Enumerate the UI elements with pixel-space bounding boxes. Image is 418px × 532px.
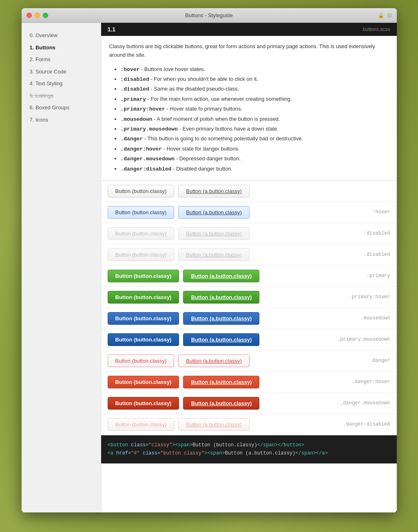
btn-group-primary-mousedown: Button (button.classy) Button (a.button.… — [108, 333, 260, 346]
close-button[interactable] — [27, 13, 32, 18]
btn-danger-hover-button[interactable]: Button (button.classy) — [108, 376, 179, 388]
description-area: Classy buttons are big clickable buttons… — [101, 36, 397, 181]
sidebar-item-forms[interactable]: 2. Forms — [22, 53, 101, 66]
btn-disabled-pseudo-button: Button (button.classy) — [108, 227, 175, 240]
btn-danger-button[interactable]: Button (button.classy) — [108, 355, 175, 367]
sidebar-item-text-styling[interactable]: 4. Text Styling — [22, 78, 101, 90]
demo-row-primary-mousedown: Button (button.classy) Button (a.button.… — [101, 329, 397, 350]
bullet-mousedown: .mousedown - A brief moment of polish wh… — [121, 114, 389, 124]
demo-row-default: Button (button.classy) Button (a.button.… — [101, 181, 397, 202]
demo-row-primary-hover: Button (button.classy) Button (a.button.… — [101, 287, 397, 308]
section-file: buttons.scss — [363, 27, 390, 32]
btn-group-danger-disabled: Button (button.classy) Button (a.button.… — [108, 418, 250, 431]
bullet-disabled-class: .disabled - Same as the disabled pseudo-… — [121, 84, 389, 94]
btn-group-primary: Button (button.classy) Button (a.button.… — [108, 270, 260, 282]
demo-area: Button (button.classy) Button (a.button.… — [101, 181, 397, 435]
btn-danger-link[interactable]: Button (a.button.classy) — [178, 355, 250, 367]
titlebar-right-icons: 🔒 ⊡ — [378, 12, 392, 18]
btn-default-link[interactable]: Button (a.button.classy) — [178, 185, 250, 197]
btn-disabled-class-link: Button (a.button.classy) — [178, 248, 250, 261]
window-controls — [27, 13, 48, 18]
sidebar: 0. Overview 1. Buttons 2. Forms 3. Sourc… — [22, 23, 101, 512]
sidebar-item-overview[interactable]: 0. Overview — [22, 29, 101, 42]
section-header: 1.1 buttons.scss — [101, 23, 397, 36]
state-label-disabled-pseudo: :disabled — [364, 231, 390, 236]
demo-row-disabled-pseudo: Button (button.classy) Button (a.button.… — [101, 223, 397, 244]
btn-disabled-class-button: Button (button.classy) — [108, 248, 175, 261]
bullet-primary: .primary - For the main form action, use… — [121, 94, 389, 104]
demo-row-mousedown: Button (button.classy) Button (a.button.… — [101, 308, 397, 329]
btn-group-disabled-pseudo: Button (button.classy) Button (a.button.… — [108, 227, 250, 240]
btn-danger-mousedown-button[interactable]: Button (button.classy) — [108, 397, 179, 410]
btn-group-hover: Button (button.classy) Button (a.button.… — [108, 206, 250, 219]
demo-row-danger: Button (button.classy) Button (a.button.… — [101, 350, 397, 372]
btn-group-primary-hover: Button (button.classy) Button (a.button.… — [108, 291, 260, 304]
state-label-danger-hover: .danger:hover — [352, 379, 390, 385]
btn-danger-hover-link[interactable]: Button (a.button.classy) — [183, 376, 259, 388]
btn-disabled-pseudo-link: Button (a.button.classy) — [178, 227, 250, 240]
state-label-primary-mousedown: .primary.mousedown — [337, 337, 390, 342]
btn-primary-hover-link[interactable]: Button (a.button.classy) — [183, 291, 259, 304]
state-label-danger-disabled: .danger:disabled — [343, 421, 390, 427]
state-label-mousedown: .mousedown — [360, 315, 390, 321]
btn-danger-mousedown-link[interactable]: Button (a.button.classy) — [183, 397, 259, 410]
btn-primary-hover-button[interactable]: Button (button.classy) — [108, 291, 179, 304]
description-text: Classy buttons are big clickable buttons… — [109, 42, 389, 60]
code-footer: <button class="classy"><span>Button (but… — [101, 435, 397, 463]
sidebar-item-listings[interactable]: 5. Listings — [22, 90, 101, 102]
demo-row-disabled-class: Button (button.classy) Button (a.button.… — [101, 244, 397, 266]
demo-row-danger-disabled: Button (button.classy) Button (a.button.… — [101, 414, 397, 435]
bullet-danger-hover: .danger:hover - Hover state for danger b… — [121, 144, 389, 154]
bullet-hover: :hover - Buttons love hover states. — [121, 64, 389, 74]
bullet-primary-mousedown: .primary.mousedown - Even primary button… — [121, 124, 389, 134]
minimize-button[interactable] — [35, 13, 40, 18]
btn-mousedown-link[interactable]: Button (a.button.classy) — [183, 312, 259, 325]
state-label-danger: .danger — [369, 358, 390, 364]
demo-row-danger-hover: Button (button.classy) Button (a.button.… — [101, 372, 397, 393]
state-label-primary-hover: .primary:hover — [349, 294, 390, 300]
btn-danger-disabled-button: Button (button.classy) — [108, 418, 175, 431]
demo-row-hover: Button (button.classy) Button (a.button.… — [101, 202, 397, 223]
state-label-danger-mousedown: .danger.mousedown — [340, 400, 390, 406]
demo-row-primary: Button (button.classy) Button (a.button.… — [101, 266, 397, 287]
titlebar: Buttons - Styleguide 🔒 ⊡ — [22, 8, 397, 23]
btn-primary-link[interactable]: Button (a.button.classy) — [183, 270, 259, 282]
btn-hover-button[interactable]: Button (button.classy) — [108, 206, 175, 219]
btn-default-button[interactable]: Button (button.classy) — [108, 185, 175, 197]
bullet-disabled-pseudo: :disabled - For when you shouldn't be ab… — [121, 74, 389, 84]
sidebar-item-buttons[interactable]: 1. Buttons — [22, 42, 101, 54]
btn-hover-link[interactable]: Button (a.button.classy) — [178, 206, 250, 219]
code-line-2: <a href="#" class="button classy"><span>… — [108, 449, 390, 457]
app-window: Buttons - Styleguide 🔒 ⊡ 0. Overview 1. … — [22, 8, 397, 512]
maximize-button[interactable] — [43, 13, 48, 18]
window-title: Buttons - Styleguide — [185, 12, 232, 18]
state-label-disabled-class: .disabled — [364, 252, 390, 257]
bullet-danger-disabled: .danger:disabled - Disabled danger butto… — [121, 164, 389, 174]
lock-icon: 🔒 — [378, 12, 384, 18]
bullet-primary-hover: .primary:hover - Hover state fo primary … — [121, 104, 389, 114]
btn-primary-mousedown-link[interactable]: Button (a.button.classy) — [183, 333, 259, 346]
state-label-hover: :hover — [372, 209, 390, 215]
sidebar-item-boxed-groups[interactable]: 6. Boxed Groups — [22, 102, 101, 114]
bullet-danger-mousedown: .danger.mousedown - Depressed danger but… — [121, 154, 389, 164]
sidebar-item-icons[interactable]: 7. Icons — [22, 114, 101, 126]
btn-danger-disabled-link: Button (a.button.classy) — [178, 418, 250, 431]
section-number: 1.1 — [108, 26, 115, 33]
bullet-danger: .danger - This button is going to do som… — [121, 134, 389, 144]
btn-group-danger: Button (button.classy) Button (a.button.… — [108, 355, 250, 367]
sidebar-item-source-code[interactable]: 3. Source Code — [22, 66, 101, 78]
btn-group-default: Button (button.classy) Button (a.button.… — [108, 185, 250, 197]
demo-row-danger-mousedown: Button (button.classy) Button (a.button.… — [101, 393, 397, 414]
btn-group-danger-mousedown: Button (button.classy) Button (a.button.… — [108, 397, 260, 410]
app-body: 0. Overview 1. Buttons 2. Forms 3. Sourc… — [22, 23, 397, 512]
state-label-primary: .primary — [367, 273, 390, 279]
main-content: 1.1 buttons.scss Classy buttons are big … — [101, 23, 397, 512]
btn-primary-button[interactable]: Button (button.classy) — [108, 270, 179, 282]
bullet-list: :hover - Buttons love hover states. :dis… — [109, 64, 389, 174]
btn-mousedown-button[interactable]: Button (button.classy) — [108, 312, 179, 325]
btn-group-disabled-class: Button (button.classy) Button (a.button.… — [108, 248, 250, 261]
btn-group-mousedown: Button (button.classy) Button (a.button.… — [108, 312, 260, 325]
btn-primary-mousedown-button[interactable]: Button (button.classy) — [108, 333, 179, 346]
resize-icon: ⊡ — [387, 12, 392, 18]
btn-group-danger-hover: Button (button.classy) Button (a.button.… — [108, 376, 260, 388]
